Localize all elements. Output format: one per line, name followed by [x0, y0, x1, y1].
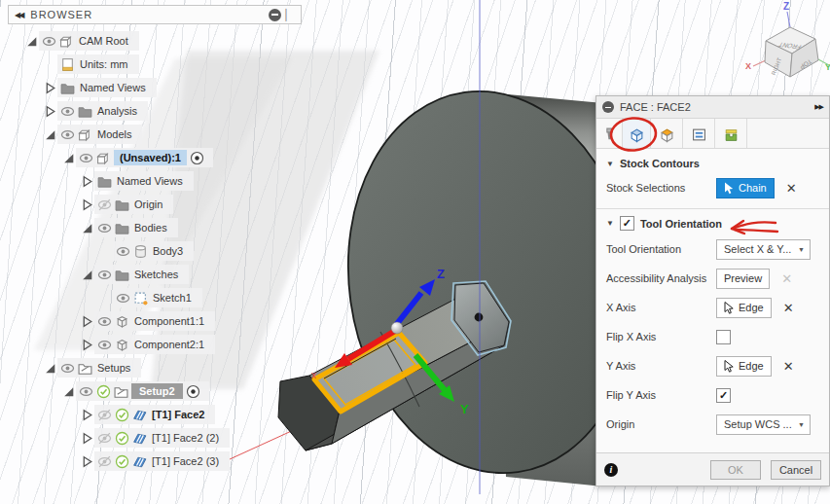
visibility-eye-hidden-icon[interactable] [97, 408, 112, 422]
visibility-eye-hidden-icon[interactable] [97, 198, 112, 212]
tree-item-label[interactable]: [T1] Face2 (2) [150, 432, 221, 444]
tree-row[interactable]: Named Views [0, 169, 230, 193]
tree-expand-open-icon[interactable] [43, 361, 57, 376]
visibility-eye-icon[interactable] [97, 268, 112, 282]
tree-expand-open-icon[interactable] [61, 384, 76, 399]
tree-expand-closed-icon[interactable] [80, 174, 94, 189]
visibility-eye-icon[interactable] [97, 338, 112, 352]
tree-expand-closed-icon[interactable] [80, 314, 94, 329]
tree-expand-toggle[interactable] [42, 127, 57, 142]
visibility-eye-icon[interactable] [79, 151, 93, 165]
visibility-eye-icon[interactable] [60, 127, 75, 142]
tree-row[interactable]: Component1:1 [0, 309, 230, 333]
tree-row[interactable]: Origin [0, 193, 230, 216]
tree-expand-toggle[interactable] [79, 408, 94, 422]
dialog-tab-radii[interactable] [651, 119, 683, 148]
preview-button[interactable]: Preview [716, 269, 770, 289]
tree-expand-closed-icon[interactable] [80, 198, 94, 212]
cancel-button[interactable]: Cancel [771, 460, 821, 480]
tree-expand-closed-icon[interactable] [80, 338, 94, 352]
tree-expand-closed-icon[interactable] [80, 431, 94, 446]
tree-item-label[interactable]: Component2:1 [132, 339, 206, 350]
dropdown-tool-orientation[interactable]: Select X & Y...▼ [716, 239, 811, 260]
browser-header[interactable]: ◀◀ BROWSER ▏ [8, 5, 302, 24]
tree-expand-open-icon[interactable] [61, 151, 76, 165]
tree-row[interactable]: [T1] Face2 [0, 403, 230, 426]
tree-item-label[interactable]: Setups [95, 362, 132, 374]
dialog-header[interactable]: FACE : FACE2 ▶▶ [596, 96, 829, 119]
tree-expand-open-icon[interactable] [80, 221, 94, 235]
tree-expand-open-icon[interactable] [24, 34, 39, 49]
dialog-tab-passes[interactable] [715, 119, 747, 148]
tree-expand-toggle[interactable] [60, 384, 76, 399]
tree-row[interactable]: Sketch1 [0, 286, 230, 309]
tree-item-label[interactable]: Setup2 [131, 383, 183, 399]
tree-item-label[interactable]: Bodies [132, 222, 169, 234]
tree-expand-toggle[interactable] [79, 338, 94, 352]
visibility-eye-icon[interactable] [97, 221, 112, 235]
checkbox-flip-x-axis[interactable] [716, 330, 731, 344]
generated-check-icon[interactable] [115, 454, 129, 469]
visibility-eye-icon[interactable] [97, 314, 112, 329]
panel-grip-icon[interactable]: ▏ [286, 9, 295, 21]
tree-expand-toggle[interactable] [79, 174, 94, 189]
chain-button[interactable]: Chain [716, 178, 775, 198]
tree-expand-toggle[interactable] [79, 431, 94, 446]
clear-selection-icon[interactable]: ✕ [786, 182, 797, 195]
tree-row[interactable]: Units: mm [0, 53, 230, 76]
tree-row[interactable]: Models [0, 123, 230, 146]
tree-item-label[interactable]: Named Views [115, 175, 185, 187]
visibility-eye-icon[interactable] [116, 244, 130, 259]
tree-item-label[interactable]: (Unsaved):1 [114, 150, 187, 165]
tree-row[interactable]: Analysis [0, 99, 230, 123]
tree-expand-closed-icon[interactable] [43, 81, 57, 95]
generated-check-icon[interactable] [115, 431, 129, 446]
tree-expand-open-icon[interactable] [80, 268, 94, 282]
collapse-dialog-icon[interactable] [602, 101, 614, 113]
dialog-tab-heights[interactable] [683, 119, 715, 148]
tree-row[interactable]: (Unsaved):1 [0, 146, 230, 169]
visibility-eye-icon[interactable] [79, 384, 93, 399]
tree-expand-toggle[interactable] [42, 104, 57, 119]
tree-item-label[interactable]: Body3 [151, 245, 185, 257]
tree-item-label[interactable]: [T1] Face2 (3) [150, 455, 221, 467]
tree-row[interactable]: [T1] Face2 (2) [0, 426, 230, 450]
stock-contours-heading[interactable]: ▼ Stock Contours [596, 153, 829, 173]
tree-item-label[interactable]: Sketches [132, 269, 180, 280]
tree-row[interactable]: [T1] Face2 (3) [0, 450, 230, 473]
dialog-tab-tool[interactable] [596, 119, 623, 148]
collapse-panel-icon[interactable]: ◀◀ [15, 11, 22, 19]
tree-expand-toggle[interactable] [60, 151, 76, 165]
tree-item-label[interactable]: Named Views [78, 82, 148, 93]
tree-expand-closed-icon[interactable] [43, 104, 57, 119]
visibility-eye-icon[interactable] [60, 361, 75, 376]
edge-button[interactable]: Edge [716, 298, 772, 318]
tree-expand-closed-icon[interactable] [80, 408, 94, 422]
tree-item-label[interactable]: CAM Root [77, 35, 130, 47]
tool-orientation-heading[interactable]: ▼ ✓ Tool Orientation [596, 211, 829, 234]
section-collapse-icon[interactable]: ▼ [606, 160, 614, 168]
tree-expand-toggle[interactable] [23, 34, 39, 49]
dropdown-origin[interactable]: Setup WCS ...▼ [716, 414, 811, 435]
tree-expand-toggle[interactable] [79, 314, 94, 329]
section-collapse-icon[interactable]: ▼ [606, 219, 614, 228]
tree-expand-toggle[interactable] [79, 198, 94, 212]
tool-orientation-checkbox[interactable]: ✓ [620, 216, 634, 231]
tree-row[interactable]: Component2:1 [0, 333, 230, 356]
tree-row[interactable]: Sketches [0, 263, 230, 286]
tree-expand-toggle[interactable] [79, 221, 94, 235]
visibility-eye-icon[interactable] [42, 34, 56, 49]
tree-item-label[interactable]: Origin [132, 198, 164, 210]
generated-check-icon[interactable] [115, 408, 129, 422]
tree-row[interactable]: Setups [0, 356, 230, 379]
tree-item-label[interactable]: Analysis [95, 105, 139, 117]
tree-row[interactable]: Setup2 [0, 379, 230, 403]
active-item-radio-icon[interactable] [190, 151, 204, 165]
info-icon[interactable]: i [604, 463, 618, 477]
double-chevron-right-icon[interactable]: ▶▶ [814, 103, 823, 111]
visibility-eye-icon[interactable] [116, 291, 130, 306]
tree-row[interactable]: Bodies [0, 216, 230, 239]
tree-row[interactable]: CAM Root [0, 29, 230, 53]
tree-expand-toggle[interactable] [42, 81, 57, 95]
tree-expand-toggle[interactable] [79, 268, 94, 282]
